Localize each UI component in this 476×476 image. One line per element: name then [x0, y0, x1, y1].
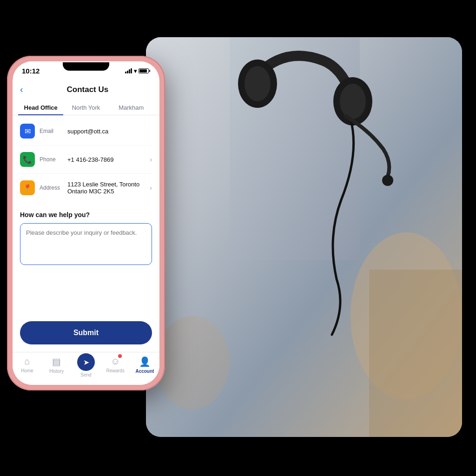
location-tabs: Head Office North York Markham — [13, 100, 159, 115]
address-icon: 📍 — [20, 180, 35, 195]
nav-history[interactable]: ▤ History — [42, 356, 71, 377]
phone-screen: 10:12 ▾ — [13, 61, 159, 385]
inquiry-textarea[interactable] — [20, 223, 152, 265]
signal-icon — [125, 68, 132, 73]
phone-label: Phone — [40, 156, 63, 163]
address-label: Address — [40, 185, 63, 191]
submit-area: Submit — [13, 316, 159, 352]
account-icon: 👤 — [139, 356, 151, 367]
home-icon: ⌂ — [25, 356, 30, 367]
divider-1 — [20, 145, 152, 145]
history-icon: ▤ — [52, 356, 61, 367]
nav-send-label: Send — [80, 372, 91, 377]
rewards-badge — [118, 354, 122, 358]
status-time: 10:12 — [22, 67, 40, 75]
submit-button[interactable]: Submit — [20, 321, 152, 344]
app-header: ‹ Contact Us — [13, 80, 159, 100]
tab-north-york[interactable]: North York — [63, 100, 108, 115]
address-arrow-icon: › — [150, 184, 152, 192]
page-title: Contact Us — [23, 85, 152, 94]
svg-point-3 — [245, 66, 271, 101]
nav-home[interactable]: ⌂ Home — [13, 356, 42, 377]
background-photo — [146, 37, 462, 437]
nav-home-label: Home — [21, 368, 33, 373]
notch — [58, 61, 114, 72]
phone-contact-item[interactable]: 📞 Phone +1 416-238-7869 › — [13, 147, 159, 172]
email-icon: ✉ — [20, 124, 35, 139]
send-icon: ➤ — [77, 353, 95, 371]
address-value: 1123 Leslie Street, Toronto Ontario M3C … — [67, 181, 145, 195]
status-icons: ▾ — [125, 68, 150, 74]
wifi-icon: ▾ — [134, 68, 137, 74]
nav-rewards[interactable]: ☺ Rewards — [101, 356, 130, 377]
nav-account-label: Account — [135, 369, 154, 374]
svg-rect-9 — [369, 270, 462, 437]
svg-point-5 — [340, 84, 366, 119]
tab-head-office[interactable]: Head Office — [18, 100, 63, 115]
rewards-icon: ☺ — [111, 356, 120, 367]
tab-markham[interactable]: Markham — [109, 100, 154, 115]
nav-history-label: History — [49, 369, 64, 374]
svg-point-6 — [382, 175, 393, 186]
address-contact-item[interactable]: 📍 Address 1123 Leslie Street, Toronto On… — [13, 176, 159, 200]
nav-rewards-label: Rewards — [106, 368, 124, 373]
phone-arrow-icon: › — [150, 156, 152, 163]
contact-list: ✉ Email support@ott.ca 📞 Phone +1 416-23… — [13, 115, 159, 204]
phone-value: +1 416-238-7869 — [67, 156, 145, 163]
divider-2 — [20, 173, 152, 174]
svg-point-8 — [155, 316, 230, 409]
battery-icon — [139, 68, 150, 73]
bottom-nav: ⌂ Home ▤ History ➤ Send ☺ — [13, 352, 159, 385]
form-label: How can we help you? — [20, 211, 152, 218]
phone-icon: 📞 — [20, 152, 35, 167]
phone-frame: 10:12 ▾ — [7, 56, 165, 390]
nav-account[interactable]: 👤 Account — [130, 356, 159, 377]
inquiry-form: How can we help you? — [13, 204, 159, 316]
nav-send[interactable]: ➤ Send — [71, 356, 100, 377]
email-contact-item: ✉ Email support@ott.ca — [13, 119, 159, 143]
email-label: Email — [40, 128, 63, 134]
screen-content: ‹ Contact Us Head Office North York Mark… — [13, 77, 159, 385]
email-value: support@ott.ca — [67, 128, 152, 135]
phone-mockup: 10:12 ▾ — [7, 56, 165, 390]
back-button[interactable]: ‹ — [20, 84, 23, 95]
